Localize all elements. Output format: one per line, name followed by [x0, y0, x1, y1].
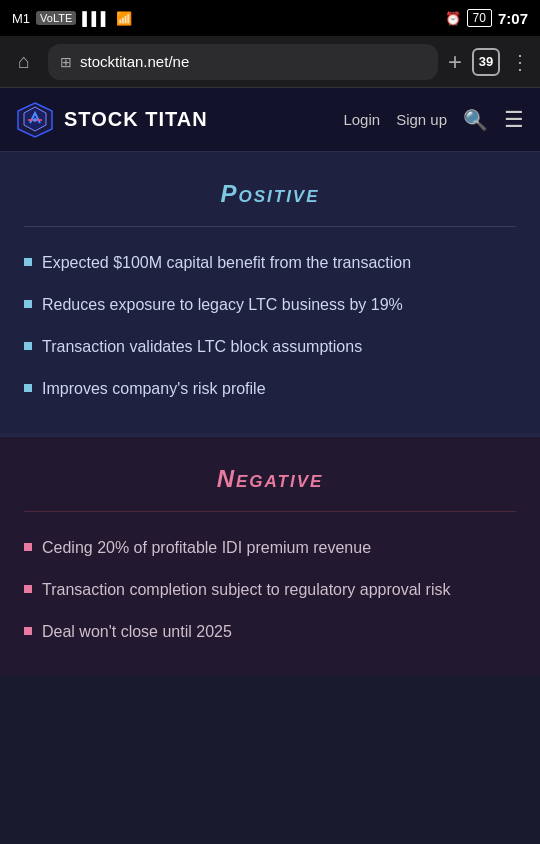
svg-point-2	[33, 118, 37, 122]
negative-title: Negative	[24, 465, 516, 493]
negative-divider	[24, 511, 516, 512]
list-item: Reduces exposure to legacy LTC business …	[24, 293, 516, 317]
site-nav: Login Sign up 🔍 ☰	[343, 107, 524, 133]
logo-icon	[16, 101, 54, 139]
list-item: Transaction validates LTC block assumpti…	[24, 335, 516, 359]
positive-bullet-list: Expected $100M capital benefit from the …	[24, 251, 516, 401]
list-item: Deal won't close until 2025	[24, 620, 516, 644]
status-bar: M1 VoLTE ▌▌▌ 📶 ⏰ 70 7:07	[0, 0, 540, 36]
time-display: 7:07	[498, 10, 528, 27]
site-header: STOCK TITAN Login Sign up 🔍 ☰	[0, 88, 540, 152]
url-bar[interactable]: ⊞ stocktitan.net/ne	[48, 44, 438, 80]
list-item: Expected $100M capital benefit from the …	[24, 251, 516, 275]
negative-item-1: Ceding 20% of profitable IDI premium rev…	[42, 536, 371, 560]
search-icon[interactable]: 🔍	[463, 108, 488, 132]
login-link[interactable]: Login	[343, 111, 380, 128]
browser-home-button[interactable]: ⌂	[10, 48, 38, 76]
positive-item-2: Reduces exposure to legacy LTC business …	[42, 293, 403, 317]
status-right: ⏰ 70 7:07	[445, 9, 528, 27]
battery-level: 70	[467, 9, 492, 27]
positive-item-1: Expected $100M capital benefit from the …	[42, 251, 411, 275]
signup-link[interactable]: Sign up	[396, 111, 447, 128]
url-text: stocktitan.net/ne	[80, 53, 189, 70]
negative-item-2: Transaction completion subject to regula…	[42, 578, 451, 602]
bullet-icon	[24, 627, 32, 635]
status-left: M1 VoLTE ▌▌▌ 📶	[12, 11, 132, 26]
bullet-icon	[24, 342, 32, 350]
list-item: Transaction completion subject to regula…	[24, 578, 516, 602]
negative-item-3: Deal won't close until 2025	[42, 620, 232, 644]
tab-count-button[interactable]: 39	[472, 48, 500, 76]
list-item: Ceding 20% of profitable IDI premium rev…	[24, 536, 516, 560]
volte-badge: VoLTE	[36, 11, 76, 25]
positive-divider	[24, 226, 516, 227]
positive-title: Positive	[24, 180, 516, 208]
positive-item-4: Improves company's risk profile	[42, 377, 266, 401]
bullet-icon	[24, 585, 32, 593]
wifi-icon: 📶	[116, 11, 132, 26]
alarm-icon: ⏰	[445, 11, 461, 26]
negative-bullet-list: Ceding 20% of profitable IDI premium rev…	[24, 536, 516, 644]
bullet-icon	[24, 384, 32, 392]
negative-section: Negative Ceding 20% of profitable IDI pr…	[0, 437, 540, 676]
logo-text: STOCK TITAN	[64, 108, 208, 131]
browser-menu-button[interactable]: ⋮	[510, 50, 530, 74]
bullet-icon	[24, 258, 32, 266]
browser-bar: ⌂ ⊞ stocktitan.net/ne + 39 ⋮	[0, 36, 540, 88]
positive-section: Positive Expected $100M capital benefit …	[0, 152, 540, 437]
url-security-icon: ⊞	[60, 54, 72, 70]
bullet-icon	[24, 543, 32, 551]
carrier-label: M1	[12, 11, 30, 26]
site-logo[interactable]: STOCK TITAN	[16, 101, 208, 139]
browser-actions: + 39 ⋮	[448, 48, 530, 76]
positive-item-3: Transaction validates LTC block assumpti…	[42, 335, 362, 359]
signal-icon: ▌▌▌	[82, 11, 110, 26]
new-tab-button[interactable]: +	[448, 48, 462, 76]
hamburger-menu-icon[interactable]: ☰	[504, 107, 524, 133]
list-item: Improves company's risk profile	[24, 377, 516, 401]
bullet-icon	[24, 300, 32, 308]
